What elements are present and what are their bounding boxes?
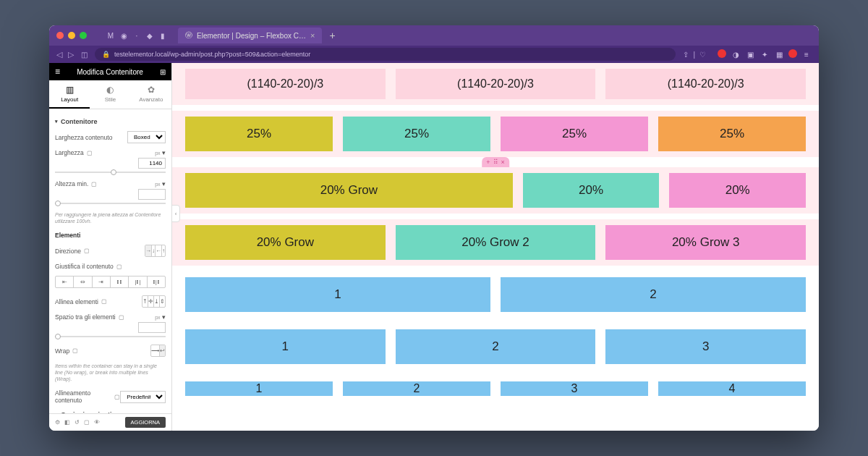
responsive-icon[interactable]: ▢	[116, 263, 122, 270]
box[interactable]: 3	[605, 329, 806, 364]
gmail-icon[interactable]: M	[106, 30, 116, 41]
content-width-select[interactable]: Boxed	[127, 131, 166, 143]
dir-row-icon[interactable]: →	[145, 245, 152, 256]
preview-icon[interactable]: 👁	[94, 419, 100, 426]
ext-icon-4[interactable]: ▦	[774, 49, 784, 59]
tab-advanced[interactable]: ✿Avanzato	[131, 80, 171, 109]
box[interactable]: 1	[185, 277, 490, 312]
align-stretch-icon[interactable]: ⇕	[160, 296, 165, 307]
responsive-mode-icon[interactable]: ▢	[84, 419, 90, 426]
settings-icon[interactable]: ⚙	[55, 419, 60, 426]
ext-icon-2[interactable]: ◑	[731, 49, 741, 59]
min-height-slider[interactable]	[55, 203, 166, 204]
responsive-icon[interactable]: ▢	[101, 298, 107, 305]
close-window-icon[interactable]	[56, 32, 64, 39]
box[interactable]: 4	[658, 381, 806, 396]
responsive-icon[interactable]: ▢	[91, 181, 97, 187]
new-tab-button[interactable]: +	[329, 30, 335, 41]
box[interactable]: (1140-20-20)/3	[605, 69, 806, 99]
box[interactable]: 25%	[343, 117, 490, 151]
section-row-3-selected[interactable]: + ⠿ × 20% Grow 20% 20%	[172, 167, 819, 214]
box[interactable]: 2	[343, 381, 490, 396]
width-input[interactable]	[138, 158, 166, 169]
section-row-5[interactable]: 1 2	[172, 271, 819, 318]
tab-style[interactable]: ◐Stile	[90, 80, 130, 109]
align-start-icon[interactable]: ⤒	[142, 296, 148, 307]
ext-icon-3[interactable]: ▣	[745, 49, 755, 59]
justify-end-icon[interactable]: ⇥	[93, 276, 111, 287]
section-container-title[interactable]: Contenitore	[55, 118, 166, 125]
back-icon[interactable]: ◁	[56, 50, 62, 59]
justify-around-icon[interactable]: |⫿|	[129, 276, 147, 287]
browser-tab[interactable]: ⓦ Elementor | Design – Flexbox C… ×	[178, 28, 322, 43]
box[interactable]: (1140-20-20)/3	[185, 69, 386, 99]
ext-icon-red2[interactable]	[788, 49, 797, 58]
wrap-icon[interactable]: ↩	[160, 345, 165, 356]
responsive-icon[interactable]: ▢	[87, 150, 93, 156]
extensions-icon[interactable]: ✦	[760, 49, 770, 59]
box[interactable]: 25%	[501, 117, 648, 151]
section-row-2[interactable]: 25% 25% 25% 25%	[172, 111, 819, 157]
responsive-icon[interactable]: ▢	[72, 347, 78, 354]
gap-unit[interactable]: px	[155, 315, 160, 320]
app-icon-2[interactable]: ▮	[158, 30, 168, 41]
shield-icon[interactable]: ◫	[81, 51, 88, 59]
dir-row-rev-icon[interactable]: ←	[156, 245, 162, 256]
section-row-7[interactable]: 1 2 3 4	[172, 376, 819, 396]
min-height-input[interactable]	[138, 189, 166, 200]
app-icon[interactable]: ◆	[145, 30, 155, 41]
min-height-unit[interactable]: px	[155, 182, 160, 187]
tab-close-icon[interactable]: ×	[310, 31, 315, 40]
url-field[interactable]: 🔒 testelementor.local/wp-admin/post.php?…	[95, 48, 676, 61]
box[interactable]: (1140-20-20)/3	[396, 69, 596, 99]
box[interactable]: 20%	[669, 173, 806, 208]
dir-col-rev-icon[interactable]: ↑	[162, 245, 165, 256]
ext-icon-red[interactable]	[718, 49, 726, 58]
box[interactable]: 1	[185, 329, 386, 364]
box[interactable]: 1	[185, 381, 333, 396]
hamburger-icon[interactable]: ≡	[55, 67, 60, 77]
box[interactable]: 20% Grow	[185, 225, 386, 260]
width-unit[interactable]: px	[155, 151, 160, 156]
responsive-icon[interactable]: ▢	[119, 314, 124, 321]
align-center-icon[interactable]: ✛	[148, 296, 154, 307]
tab-layout[interactable]: ▥Layout	[49, 80, 90, 109]
section-row-4[interactable]: 20% Grow 20% Grow 2 20% Grow 3	[172, 219, 819, 266]
box[interactable]: 25%	[658, 117, 806, 151]
box[interactable]: 25%	[185, 117, 333, 151]
box[interactable]: 20%	[523, 173, 660, 208]
section-row-6[interactable]: 1 2 3	[172, 324, 819, 370]
sidebar-collapse-icon[interactable]: ‹	[172, 205, 180, 222]
responsive-icon[interactable]: ▢	[84, 248, 90, 254]
box[interactable]: 2	[396, 329, 596, 364]
drag-icon[interactable]: ⠿	[493, 159, 498, 166]
update-button[interactable]: AGGIORNA	[125, 417, 166, 428]
justify-center-icon[interactable]: ⇔	[74, 276, 92, 287]
add-icon[interactable]: +	[486, 159, 490, 166]
close-icon[interactable]: ×	[501, 159, 505, 166]
nowrap-icon[interactable]: ⟶	[151, 345, 160, 356]
bookmark-icon[interactable]: ♡	[699, 51, 706, 59]
navigator-icon[interactable]: ◧	[64, 419, 70, 426]
minimize-window-icon[interactable]	[68, 32, 75, 39]
align-content-select[interactable]: Predefinito	[120, 391, 166, 403]
history-icon[interactable]: ↺	[75, 419, 80, 426]
maximize-window-icon[interactable]	[80, 32, 87, 39]
gap-input[interactable]	[138, 322, 166, 333]
canvas[interactable]: ‹ (1140-20-20)/3 (1140-20-20)/3 (1140-20…	[172, 63, 819, 431]
justify-evenly-icon[interactable]: ⫿|⫿	[148, 276, 165, 287]
apps-grid-icon[interactable]: ⊞	[160, 68, 166, 76]
box[interactable]: 20% Grow	[185, 173, 513, 208]
box[interactable]: 20% Grow 3	[605, 225, 806, 260]
width-slider[interactable]	[55, 172, 166, 173]
share-icon[interactable]: ⇪	[683, 51, 689, 59]
box[interactable]: 3	[501, 381, 648, 396]
align-end-icon[interactable]: ⤓	[154, 296, 160, 307]
globe-icon[interactable]: ◉	[119, 30, 129, 41]
menu-icon[interactable]: ≡	[801, 49, 812, 59]
forward-icon[interactable]: ▷	[68, 50, 74, 59]
box[interactable]: 20% Grow 2	[396, 225, 596, 260]
justify-start-icon[interactable]: ⇤	[56, 276, 74, 287]
box[interactable]: 2	[501, 277, 806, 312]
justify-between-icon[interactable]: ⫿⫿	[111, 276, 129, 287]
